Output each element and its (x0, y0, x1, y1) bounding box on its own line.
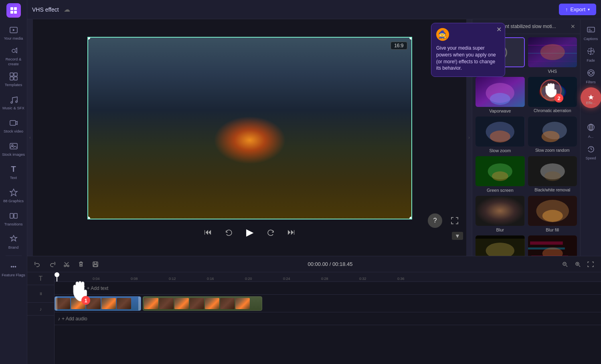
your-media-icon (9, 25, 18, 35)
svg-point-30 (544, 92, 561, 102)
resize-handle-br[interactable] (409, 217, 412, 219)
fullscreen-button[interactable] (451, 217, 458, 226)
templates-icon (9, 72, 18, 81)
close-panel-button[interactable]: ✕ (571, 23, 575, 30)
preview-section: ‹ 16:9 ⏮ (27, 19, 601, 256)
effect-glitch[interactable]: Glitch (528, 235, 577, 256)
sidebar-item-brand-kit[interactable]: Brand (2, 231, 26, 253)
playhead-head (55, 272, 59, 277)
fade-label: Fade (587, 58, 595, 62)
forward-5s-button[interactable] (264, 226, 277, 239)
effect-slow-zoom-random[interactable]: Slow zoom random (528, 117, 577, 153)
sidebar-item-graphics[interactable]: 88 Graphics (2, 184, 26, 207)
effect-slow-zoom[interactable]: Slow zoom (476, 117, 525, 153)
sidebar-item-label: Templates (5, 82, 22, 87)
sidebar-item-templates[interactable]: Templates (2, 68, 26, 90)
preview-video: 16:9 (87, 37, 412, 219)
cloud-save-icon[interactable]: ☁ (64, 6, 70, 13)
export-button[interactable]: ↑ Export ▾ (559, 4, 596, 15)
clip-thumb-11 (220, 298, 235, 309)
cut-button[interactable] (61, 259, 72, 270)
playhead[interactable] (57, 272, 57, 282)
text-track-label: T (27, 272, 54, 285)
captions-icon (587, 25, 595, 36)
sidebar-item-feature-flags[interactable]: ••• Feature Flags (2, 258, 26, 281)
sidebar-item-stock-video[interactable]: Stock video (2, 115, 26, 137)
left-collapse-handle[interactable]: ‹ (27, 19, 33, 256)
effect-blur-fill[interactable]: Blur fill (528, 196, 577, 232)
sidebar-item-your-media[interactable]: Your media (2, 22, 26, 44)
play-pause-button[interactable]: ▶ (243, 226, 256, 239)
zoom-out-button[interactable] (559, 259, 571, 270)
save-button[interactable] (90, 259, 101, 270)
add-audio-label: + Add audio (62, 316, 87, 322)
effect-vaporwave[interactable]: Vaporwave (476, 77, 525, 113)
clip-handle-left-1[interactable] (55, 297, 57, 310)
tool-captions[interactable]: Captions (581, 22, 601, 43)
video-clip-2[interactable] (143, 296, 262, 311)
svg-point-65 (64, 265, 66, 267)
add-text-button[interactable]: T + Add text (82, 285, 108, 292)
expand-panel-button[interactable]: ▼ (452, 232, 463, 240)
sidebar-item-stock-images[interactable]: Stock images (2, 138, 26, 160)
effect-label-slowzoomrnd: Slow zoom random (528, 148, 577, 153)
adjust-colors-label: A... (588, 135, 594, 139)
top-bar: VHS effect ☁ ↑ Export ▾ (27, 0, 601, 19)
resize-handle-bl[interactable] (87, 217, 90, 219)
effect-blur[interactable]: Blur (476, 196, 525, 232)
undo-button[interactable] (32, 259, 43, 270)
video-clip-1[interactable] (55, 296, 141, 311)
clip-thumb-10 (205, 298, 219, 309)
sidebar-item-record-create[interactable]: Record & create (2, 45, 26, 67)
sidebar-item-transitions[interactable]: Transitions (2, 207, 26, 230)
captions-label: Captions (584, 37, 598, 41)
audio-track-label: ♪ (27, 303, 54, 316)
timeline-body: T ⏸ ♪ 0:04 0:08 0:12 0:16 (27, 272, 601, 364)
tooltip-close-button[interactable]: ✕ (496, 26, 502, 33)
tool-speed[interactable]: Speed (581, 142, 601, 163)
main-area: VHS effect ☁ ↑ Export ▾ ‹ 16:9 (27, 0, 601, 364)
resize-handle-tr[interactable] (409, 37, 412, 40)
effect-green-screen[interactable]: Green screen (476, 156, 525, 193)
effect-label-bwremoval: Black/white removal (528, 188, 577, 192)
tool-filters[interactable]: Filters (581, 66, 601, 86)
sidebar-item-label: Transitions (4, 222, 22, 226)
effect-thumb-slowzoomrnd (528, 117, 577, 147)
effect-thumb-blur (476, 196, 525, 226)
video-track-row (55, 295, 601, 312)
tool-effects[interactable]: Effe... (581, 87, 601, 108)
export-chevron-icon: ▾ (588, 7, 590, 12)
clip-handle-right-1[interactable] (138, 297, 141, 310)
tool-fade[interactable]: Fade (581, 44, 601, 65)
tool-adjust-colors[interactable]: A... (581, 120, 601, 141)
effect-chromatic-aberration[interactable]: Chromatic aberration (528, 77, 577, 113)
effect-vhs[interactable]: VHS (528, 37, 577, 74)
svg-point-36 (541, 131, 559, 142)
svg-rect-44 (476, 196, 525, 226)
zoom-in-button[interactable] (572, 259, 583, 270)
sidebar-item-music-sfx[interactable]: Music & SFX (2, 91, 26, 114)
sidebar-item-label: Text (10, 175, 17, 180)
rewind-5s-button[interactable] (223, 226, 235, 239)
ruler-mark-032: 0:32 (359, 277, 366, 281)
effect-thumb-vaporwave (476, 77, 525, 107)
delete-button[interactable] (75, 259, 87, 270)
skip-to-end-button[interactable]: ⏭ (285, 226, 298, 239)
app-logo[interactable] (6, 3, 21, 18)
redo-button[interactable] (47, 259, 58, 270)
track-labels: T ⏸ ♪ (27, 272, 55, 364)
svg-rect-1 (14, 7, 17, 10)
resize-handle-tl[interactable] (87, 37, 90, 40)
video-content (88, 38, 411, 219)
effect-filmic[interactable]: Filmic (476, 235, 525, 256)
sidebar-item-text[interactable]: T Text (2, 161, 26, 183)
effect-bw-removal[interactable]: Black/white removal (528, 156, 577, 193)
svg-point-64 (589, 124, 593, 131)
fit-to-screen-button[interactable] (585, 259, 596, 270)
help-button[interactable]: ? (428, 213, 442, 228)
effect-label-blurfill: Blur fill (528, 227, 577, 232)
effect-label-greenscreen: Green screen (476, 188, 525, 193)
clip-thumb-4 (101, 298, 116, 309)
skip-to-start-button[interactable]: ⏮ (202, 226, 214, 239)
add-audio-button[interactable]: ♪ + Add audio (58, 316, 87, 322)
